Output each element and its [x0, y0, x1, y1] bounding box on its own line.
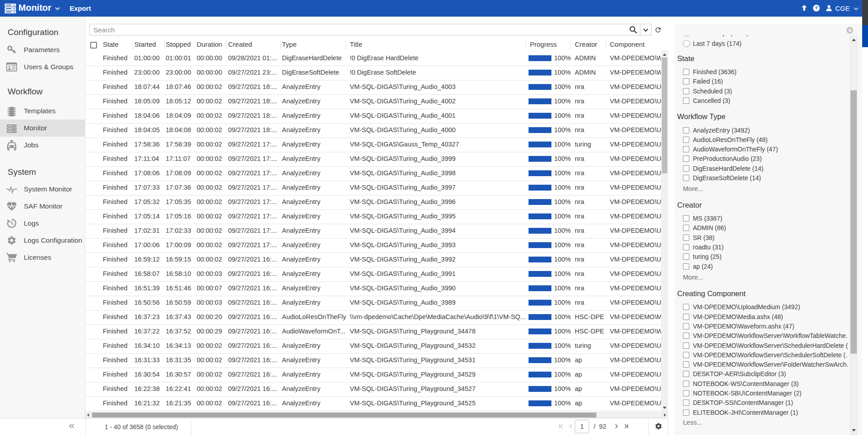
svg-text:?: ?: [815, 5, 818, 11]
